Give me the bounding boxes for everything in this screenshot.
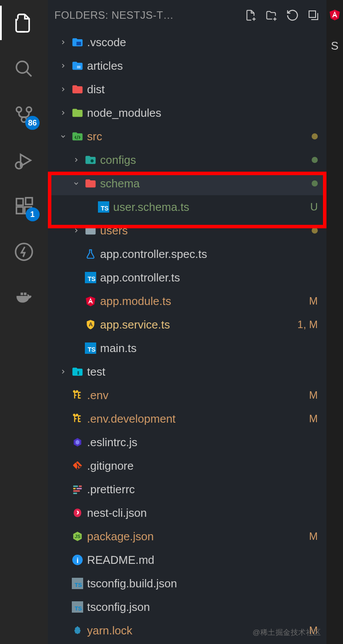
svg-text:TS: TS bbox=[75, 582, 82, 588]
new-file-icon[interactable] bbox=[244, 9, 257, 22]
extensions-badge: 1 bbox=[26, 207, 40, 221]
tree-item[interactable]: app.module.tsM bbox=[48, 289, 326, 313]
file-icon bbox=[70, 107, 85, 119]
tree-item[interactable]: TSapp.controller.ts bbox=[48, 266, 326, 289]
tree-item[interactable]: Aapp.service.ts1, M bbox=[48, 313, 326, 336]
tree-item[interactable]: JSpackage.jsonM bbox=[48, 525, 326, 548]
svg-rect-26 bbox=[77, 371, 79, 375]
file-icon bbox=[70, 460, 85, 471]
chevron-icon bbox=[57, 39, 70, 46]
tree-item[interactable]: TSmain.ts bbox=[48, 336, 326, 360]
chevron-icon bbox=[57, 86, 70, 93]
collapse-icon[interactable] bbox=[307, 9, 320, 22]
item-label: src bbox=[87, 130, 312, 143]
tree-item[interactable]: configs bbox=[48, 148, 326, 172]
item-label: .gitignore bbox=[87, 459, 318, 473]
tree-item[interactable]: nest-cli.json bbox=[48, 501, 326, 525]
file-icon bbox=[70, 437, 85, 448]
chevron-icon bbox=[70, 156, 83, 163]
item-label: .eslintrc.js bbox=[87, 436, 318, 449]
svg-rect-13 bbox=[20, 292, 23, 295]
refresh-icon[interactable] bbox=[286, 9, 299, 22]
svg-point-9 bbox=[16, 243, 32, 260]
file-icon bbox=[83, 177, 98, 190]
svg-text:TS: TS bbox=[75, 605, 82, 612]
item-label: package.json bbox=[87, 530, 309, 543]
docker-tab[interactable] bbox=[12, 285, 36, 309]
item-label: tsconfig.json bbox=[87, 600, 318, 614]
svg-rect-14 bbox=[24, 292, 27, 295]
tree-item[interactable]: schema bbox=[48, 172, 326, 195]
scm-badge: 86 bbox=[25, 116, 39, 130]
tree-item[interactable]: test bbox=[48, 360, 326, 383]
extensions-tab[interactable]: 1 bbox=[12, 194, 36, 218]
git-status: M bbox=[309, 530, 318, 542]
item-label: app.controller.ts bbox=[100, 271, 318, 285]
scm-tab[interactable]: 86 bbox=[12, 102, 36, 126]
file-icon bbox=[70, 366, 85, 378]
svg-rect-8 bbox=[26, 197, 32, 204]
explorer-panel: FOLDERS: NESTJS-T… .vscodearticlesdistno… bbox=[48, 0, 326, 644]
file-icon bbox=[70, 390, 85, 401]
svg-point-28 bbox=[76, 391, 77, 392]
svg-point-1 bbox=[17, 107, 22, 112]
new-folder-icon[interactable] bbox=[265, 9, 278, 22]
thunder-tab[interactable] bbox=[12, 240, 36, 264]
tree-item[interactable]: .eslintrc.js bbox=[48, 430, 326, 454]
svg-point-2 bbox=[27, 107, 32, 112]
tree-item[interactable]: .gitignore bbox=[48, 454, 326, 478]
explorer-tab[interactable] bbox=[12, 11, 36, 35]
tree-item[interactable]: .env.developmentM bbox=[48, 407, 326, 430]
file-icon: JS bbox=[70, 531, 85, 542]
item-label: node_modules bbox=[87, 106, 318, 120]
tree-item[interactable]: app.controller.spec.ts bbox=[48, 242, 326, 266]
file-icon bbox=[70, 60, 85, 72]
file-icon bbox=[70, 625, 85, 636]
svg-text:TS: TS bbox=[88, 275, 96, 282]
tree-item[interactable]: .envM bbox=[48, 383, 326, 407]
file-icon: i bbox=[70, 554, 85, 566]
tree-item[interactable]: .vscode bbox=[48, 31, 326, 54]
file-icon bbox=[70, 83, 85, 95]
tree-item[interactable]: dist bbox=[48, 78, 326, 101]
item-label: users bbox=[100, 224, 312, 237]
item-label: README.md bbox=[87, 553, 318, 567]
angular-icon bbox=[329, 9, 341, 21]
item-label: .vscode bbox=[87, 36, 318, 49]
tree-item[interactable]: node_modules bbox=[48, 101, 326, 125]
item-label: main.ts bbox=[100, 342, 318, 355]
svg-text:TS: TS bbox=[88, 346, 96, 353]
svg-text:i: i bbox=[77, 556, 79, 565]
file-icon: TS bbox=[70, 601, 85, 613]
item-label: articles bbox=[87, 59, 318, 73]
svg-rect-34 bbox=[77, 488, 82, 489]
file-icon bbox=[83, 295, 98, 307]
file-icon bbox=[70, 36, 85, 48]
svg-rect-32 bbox=[79, 485, 82, 487]
tree-item[interactable]: TStsconfig.json bbox=[48, 595, 326, 619]
svg-rect-33 bbox=[73, 488, 75, 489]
item-label: user.schema.ts bbox=[113, 200, 310, 214]
chevron-icon bbox=[70, 227, 83, 234]
item-label: .env.development bbox=[87, 412, 309, 426]
tree-item[interactable]: TSuser.schema.tsU bbox=[48, 195, 326, 219]
tree-item[interactable]: TStsconfig.build.json bbox=[48, 572, 326, 595]
svg-text:A: A bbox=[89, 321, 93, 328]
tree-item[interactable]: iREADME.md bbox=[48, 548, 326, 572]
editor-peek: S bbox=[326, 0, 343, 644]
item-label: app.service.ts bbox=[100, 318, 297, 332]
debug-tab[interactable] bbox=[12, 148, 36, 172]
tree-item[interactable]: users bbox=[48, 219, 326, 242]
tree-item[interactable]: src bbox=[48, 125, 326, 148]
svg-rect-17 bbox=[77, 66, 81, 68]
search-tab[interactable] bbox=[12, 57, 36, 81]
file-icon: TS bbox=[70, 578, 85, 589]
tree-item[interactable]: .prettierrc bbox=[48, 478, 326, 501]
svg-rect-16 bbox=[77, 42, 81, 45]
git-status-dot bbox=[312, 180, 318, 186]
chevron-icon bbox=[57, 368, 70, 375]
item-label: nest-cli.json bbox=[87, 506, 318, 520]
git-status: M bbox=[309, 413, 318, 425]
file-tree[interactable]: .vscodearticlesdistnode_modulessrcconfig… bbox=[48, 31, 326, 644]
tree-item[interactable]: articles bbox=[48, 54, 326, 78]
